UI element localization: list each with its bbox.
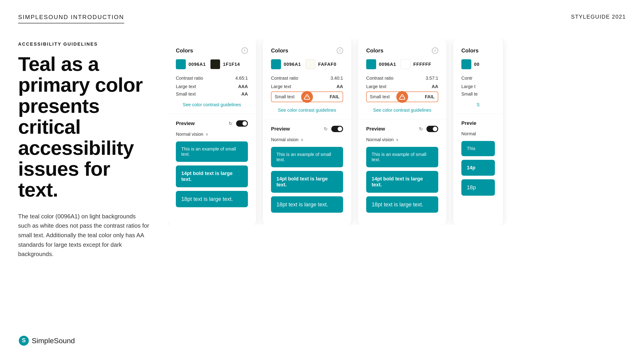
toggle-3[interactable] <box>426 126 438 132</box>
vision-selector-3[interactable]: Normal vision ∨ <box>366 137 438 142</box>
contrast-value-2: 3.40:1 <box>330 76 343 81</box>
card-3-guidelines[interactable]: See color contrast guidelines <box>366 108 438 113</box>
card-2-colors-header: Colors i <box>271 47 343 54</box>
small-text-label-4: Small te <box>461 91 478 97</box>
vision-label-1: Normal vision <box>176 132 203 137</box>
info-icon-1[interactable]: i <box>242 47 248 54</box>
contrast-label-2: Contrast ratio <box>271 76 298 81</box>
small-text-label-3: Small text <box>370 94 390 99</box>
preview-small-text-1: This is an example of small text. <box>181 146 236 157</box>
small-text-label-1: Small text <box>176 91 196 97</box>
chevron-icon-3: ∨ <box>396 137 398 142</box>
card-1-large-text-row: Large text AAA <box>176 84 248 89</box>
preview-large-box-1: 18pt text is large text. <box>176 191 248 207</box>
card-3-bottom: Preview ↻ Normal vision ∨ This is an exa… <box>358 119 446 225</box>
svg-text:S: S <box>22 337 26 344</box>
vision-label-3: Normal vision <box>366 137 394 142</box>
card-4-colors-header: Colors <box>461 47 495 54</box>
card-1-contrast-row: Contrast ratio 4.65:1 <box>176 76 248 81</box>
swatch-label-3b: FFFFFF <box>413 62 431 67</box>
preview-small-text-2: This is an example of small text. <box>276 152 331 162</box>
card-1-colors-title: Colors <box>176 47 193 54</box>
refresh-icon-3[interactable]: ↻ <box>419 126 423 132</box>
card-1-preview-header: Preview ↻ <box>176 120 248 127</box>
info-icon-3[interactable]: i <box>432 47 438 54</box>
swatch-teal-4 <box>461 59 471 69</box>
toggle-1[interactable] <box>236 120 248 127</box>
description-text: The teal color (0096A1) on light backgro… <box>18 212 150 259</box>
swatch-group-2a: 0096A1 <box>271 59 301 69</box>
section-label: Accessibility Guidelines <box>18 42 150 47</box>
swatch-group-1a: 0096A1 <box>176 59 206 69</box>
swatch-group-2b: FAFAF0 <box>306 59 336 69</box>
swatch-label-2a: 0096A1 <box>284 62 301 67</box>
card-3-preview-header: Preview ↻ <box>366 126 438 132</box>
card-1-guidelines[interactable]: See color contrast guidelines <box>176 102 248 107</box>
chevron-icon-2: ∨ <box>301 137 304 142</box>
preview-bold-box-3: 14pt bold text is large text. <box>366 171 438 193</box>
contrast-label-4: Contr <box>461 76 472 81</box>
card-3-large-text-row: Large text AA <box>366 84 438 89</box>
warning-badge-2 <box>301 91 313 103</box>
vision-selector-2[interactable]: Normal vision ∨ <box>271 137 343 142</box>
brand-title: SimpleSound Introduction <box>18 14 124 21</box>
preview-small-text-3: This is an example of small text. <box>372 152 426 162</box>
card-2-colors-title: Colors <box>271 47 288 54</box>
brand-header: SimpleSound Introduction <box>18 14 124 23</box>
guidelines-link-4[interactable]: S <box>476 102 480 107</box>
card-2-swatches: 0096A1 FAFAF0 <box>271 59 343 69</box>
contrast-label-3: Contrast ratio <box>366 76 394 81</box>
card-1-top: Colors i 0096A1 1F1F14 <box>168 39 256 114</box>
card-3-top: Colors i 0096A1 FFFFFF <box>358 39 446 119</box>
swatch-label-4a: 00 <box>474 62 480 67</box>
preview-bold-text-2: 14pt bold text is large text. <box>276 176 328 188</box>
large-text-rating-1: AAA <box>238 84 248 89</box>
swatch-label-1a: 0096A1 <box>188 62 206 67</box>
vision-selector-1[interactable]: Normal vision ∨ <box>176 132 248 137</box>
toggle-2[interactable] <box>331 126 343 132</box>
card-3-colors-title: Colors <box>366 47 384 54</box>
card-2-bottom: Preview ↻ Normal vision ∨ This is an exa… <box>263 119 351 225</box>
swatch-teal-1 <box>176 59 186 69</box>
card-4-contrast-row: Contr <box>461 76 495 81</box>
card-4-guidelines: S <box>461 102 495 107</box>
preview-controls-2: ↻ <box>324 126 343 132</box>
swatch-teal-3 <box>366 59 376 69</box>
preview-bold-text-4: 14p <box>467 165 476 170</box>
card-1-swatches: 0096A1 1F1F14 <box>176 59 248 69</box>
card-2-large-text-row: Large text AA <box>271 84 343 89</box>
swatch-label-2b: FAFAF0 <box>318 62 336 67</box>
preview-title-4: Previe <box>461 120 476 126</box>
card-1: Colors i 0096A1 1F1F14 <box>168 39 256 225</box>
small-text-rating-2: FAIL <box>330 94 340 99</box>
vision-label-2: Normal vision <box>271 137 298 142</box>
guidelines-link-3[interactable]: See color contrast guidelines <box>373 108 432 113</box>
guidelines-link-2[interactable]: See color contrast guidelines <box>278 108 336 113</box>
refresh-icon-1[interactable]: ↻ <box>229 121 232 126</box>
card-3-contrast-row: Contrast ratio 3.57:1 <box>366 76 438 81</box>
card-3-small-text-row: Small text FAIL <box>366 91 438 102</box>
guidelines-link-1[interactable]: See color contrast guidelines <box>183 102 241 107</box>
small-text-rating-1: AA <box>241 91 248 97</box>
preview-small-box-1: This is an example of small text. <box>176 141 248 162</box>
preview-large-text-2: 18pt text is large text. <box>276 201 328 208</box>
large-text-label-1: Large text <box>176 84 196 89</box>
swatch-group-1b: 1F1F14 <box>210 59 240 69</box>
swatch-lightgray-2 <box>306 59 316 69</box>
preview-bold-box-2: 14pt bold text is large text. <box>271 171 343 193</box>
card-1-bottom: Preview ↻ Normal vision ∨ This is an exa… <box>168 114 256 219</box>
chevron-icon-1: ∨ <box>206 132 208 136</box>
preview-large-text-3: 18pt text is large text. <box>372 201 423 208</box>
logo-icon: S <box>18 335 30 346</box>
refresh-icon-2[interactable]: ↻ <box>324 126 328 132</box>
preview-title-1: Preview <box>176 120 195 126</box>
preview-title-3: Preview <box>366 126 385 132</box>
info-icon-2[interactable]: i <box>337 47 343 54</box>
footer: S SimpleSound <box>18 335 75 346</box>
small-text-label-2: Small text <box>275 94 294 99</box>
card-2-guidelines[interactable]: See color contrast guidelines <box>271 108 343 113</box>
swatch-group-3b: FFFFFF <box>401 59 431 69</box>
card-2-contrast-row: Contrast ratio 3.40:1 <box>271 76 343 81</box>
card-4-large-text-row: Large t <box>461 84 495 89</box>
preview-large-box-3: 18pt text is large text. <box>366 196 438 213</box>
